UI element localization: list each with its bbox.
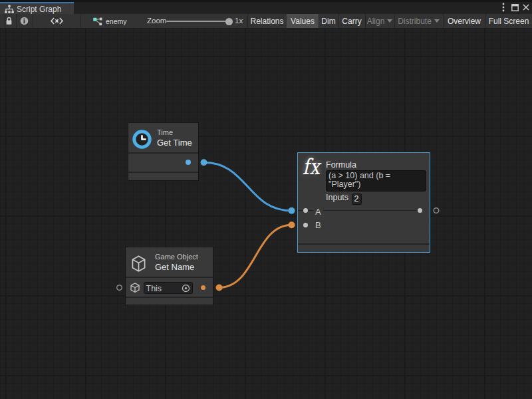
lock-icon — [5, 17, 13, 25]
get-time-header: Time Get Time — [128, 123, 198, 152]
toolbar-button-dim[interactable]: Dim — [319, 14, 338, 28]
inputs-label: Inputs — [326, 194, 348, 202]
node-category: Game Object — [155, 253, 198, 261]
maximize-icon[interactable] — [510, 2, 521, 13]
distribute-label: Distribute — [398, 17, 432, 26]
get-name-header: Game Object Get Name — [126, 247, 213, 277]
get-time-header-text: Time Get Time — [157, 128, 192, 148]
formula-input-port-a[interactable] — [303, 208, 308, 213]
get-name-body: This — [126, 278, 213, 297]
close-icon[interactable] — [521, 2, 531, 13]
code-view-button[interactable] — [33, 14, 80, 28]
code-x-icon — [51, 17, 63, 25]
edge-orange[interactable] — [219, 225, 292, 287]
node-title: Get Time — [157, 137, 192, 148]
formula-bottom-section — [298, 243, 430, 251]
graph-toolbar: enemy Zoom 1x Relations Values Dim Carry… — [0, 14, 532, 28]
object-picker-icon[interactable] — [182, 284, 190, 293]
tab-title: Script Graph — [17, 5, 61, 14]
toolbar-button-overview[interactable]: Overview — [443, 14, 485, 28]
align-label: Align — [367, 17, 385, 26]
get-time-body — [128, 154, 198, 172]
formula-inputs-row: Inputs 2 — [326, 193, 348, 204]
toolbar-button-fullscreen[interactable]: Full Screen — [485, 14, 532, 28]
tab-script-graph[interactable]: Script Graph — [0, 0, 74, 14]
edges-layer — [0, 28, 532, 399]
toolbar-button-carry[interactable]: Carry — [338, 14, 365, 28]
toolbar-button-align[interactable]: Align — [365, 14, 394, 28]
formula-expression-input[interactable]: (a > 10) and (b = "Player") — [326, 170, 426, 192]
zoom-value: 1x — [235, 14, 243, 28]
port-label-a: A — [313, 207, 323, 216]
edge-blue[interactable] — [204, 162, 292, 210]
kebab-menu-icon[interactable] — [498, 2, 509, 13]
script-graph-window: Script Graph — [0, 0, 532, 399]
target-object-field[interactable]: This — [144, 282, 193, 294]
formula-footer — [298, 245, 430, 251]
info-button[interactable] — [16, 14, 33, 28]
get-name-output-port[interactable] — [201, 285, 205, 290]
node-formula[interactable]: fx Formula (a > 10) and (b = "Player") I… — [297, 152, 430, 253]
window-controls — [492, 0, 532, 14]
edge-endpoint-orange-dest[interactable] — [289, 221, 295, 228]
get-time-footer — [128, 173, 198, 181]
node-title: Get Name — [155, 261, 198, 273]
get-name-header-text: Game Object Get Name — [155, 253, 198, 273]
graph-name: enemy — [106, 17, 127, 25]
tab-strip: Script Graph — [0, 0, 532, 14]
graph-reference[interactable]: enemy — [92, 14, 132, 28]
target-object-value: This — [146, 284, 162, 293]
edge-endpoint-orange-source[interactable] — [216, 285, 223, 291]
window-top-edge — [0, 0, 532, 2]
toolbar-button-distribute[interactable]: Distribute — [394, 14, 443, 28]
tab-active-indicator — [0, 2, 74, 3]
dropdown-caret-icon — [387, 19, 392, 23]
toolbar-button-values[interactable]: Values — [287, 14, 319, 28]
script-graph-icon — [5, 5, 14, 14]
toolbar-button-relations[interactable]: Relations — [247, 14, 287, 28]
graph-nodes-icon — [92, 16, 103, 27]
edge-endpoint-blue-dest[interactable] — [289, 207, 295, 214]
zoom-label: Zoom — [147, 14, 166, 28]
node-category: Time — [157, 128, 192, 137]
node-get-time[interactable]: Time Get Time — [128, 123, 198, 181]
lock-button[interactable] — [3, 14, 14, 28]
get-time-output-port[interactable] — [186, 160, 191, 165]
zoom-slider-track[interactable] — [166, 21, 230, 22]
node-title: Formula — [326, 161, 356, 170]
node-get-name[interactable]: Game Object Get Name This — [126, 247, 213, 305]
unconnected-port-formula-output[interactable] — [434, 208, 439, 213]
unconnected-port-getname-target[interactable] — [117, 285, 122, 291]
cube-icon-small — [130, 283, 140, 293]
inputs-count-field[interactable]: 2 — [352, 194, 362, 205]
port-label-b: B — [313, 221, 323, 229]
cube-icon — [132, 255, 146, 272]
zoom-slider-thumb[interactable] — [225, 18, 233, 25]
get-name-footer — [126, 298, 213, 305]
formula-fx-icon: fx — [303, 155, 320, 178]
graph-canvas[interactable]: Time Get Time fx Formula (a > 10) and (b… — [0, 28, 532, 399]
clock-icon — [132, 130, 152, 149]
edge-endpoint-blue-source[interactable] — [201, 159, 207, 166]
formula-output-port[interactable] — [418, 208, 422, 213]
formula-input-port-b[interactable] — [303, 223, 308, 227]
dropdown-caret-icon — [434, 19, 440, 23]
info-icon — [20, 17, 29, 25]
toolbar-separator — [80, 14, 81, 28]
